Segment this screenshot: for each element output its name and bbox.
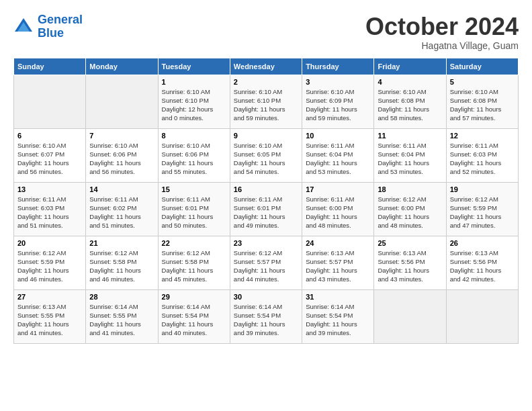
day-cell: 1Sunrise: 6:10 AMSunset: 6:10 PMDaylight… [158, 75, 230, 128]
day-number: 30 [234, 293, 298, 301]
day-number: 11 [378, 132, 442, 140]
day-info: Sunrise: 6:10 AMSunset: 6:08 PMDaylight:… [450, 87, 515, 123]
week-row-1: 1Sunrise: 6:10 AMSunset: 6:10 PMDaylight… [14, 75, 519, 128]
day-number: 3 [306, 78, 370, 86]
day-info: Sunrise: 6:12 AMSunset: 5:57 PMDaylight:… [234, 248, 298, 284]
week-row-3: 13Sunrise: 6:11 AMSunset: 6:03 PMDayligh… [14, 182, 519, 236]
day-number: 28 [89, 293, 154, 301]
day-cell: 29Sunrise: 6:14 AMSunset: 5:54 PMDayligh… [158, 289, 230, 343]
day-cell [86, 75, 158, 128]
day-number: 20 [17, 239, 82, 247]
day-cell: 5Sunrise: 6:10 AMSunset: 6:08 PMDaylight… [446, 75, 518, 128]
day-info: Sunrise: 6:14 AMSunset: 5:54 PMDaylight:… [234, 302, 298, 338]
week-row-5: 27Sunrise: 6:13 AMSunset: 5:55 PMDayligh… [14, 289, 519, 343]
day-info: Sunrise: 6:12 AMSunset: 5:59 PMDaylight:… [450, 195, 515, 230]
day-number: 5 [450, 78, 515, 86]
day-number: 29 [162, 293, 226, 301]
day-cell: 2Sunrise: 6:10 AMSunset: 6:10 PMDaylight… [230, 75, 302, 128]
day-info: Sunrise: 6:13 AMSunset: 5:55 PMDaylight:… [17, 302, 82, 338]
day-number: 14 [89, 185, 154, 193]
day-number: 26 [450, 239, 515, 247]
day-number: 16 [234, 185, 298, 193]
day-info: Sunrise: 6:13 AMSunset: 5:56 PMDaylight:… [450, 248, 515, 284]
day-info: Sunrise: 6:13 AMSunset: 5:57 PMDaylight:… [306, 248, 370, 284]
day-info: Sunrise: 6:12 AMSunset: 5:59 PMDaylight:… [17, 248, 82, 284]
day-cell: 13Sunrise: 6:11 AMSunset: 6:03 PMDayligh… [14, 182, 86, 236]
logo-text: General Blue [38, 13, 83, 40]
location: Hagatna Village, Guam [365, 40, 519, 51]
day-number: 27 [17, 293, 82, 301]
day-info: Sunrise: 6:14 AMSunset: 5:54 PMDaylight:… [162, 302, 226, 338]
calendar-header: SundayMondayTuesdayWednesdayThursdayFrid… [14, 58, 519, 75]
day-cell: 25Sunrise: 6:13 AMSunset: 5:56 PMDayligh… [374, 236, 446, 289]
day-info: Sunrise: 6:11 AMSunset: 6:04 PMDaylight:… [306, 141, 370, 177]
day-number: 23 [234, 239, 298, 247]
week-row-2: 6Sunrise: 6:10 AMSunset: 6:07 PMDaylight… [14, 128, 519, 182]
day-info: Sunrise: 6:10 AMSunset: 6:06 PMDaylight:… [162, 141, 226, 177]
day-number: 15 [162, 185, 226, 193]
day-cell: 18Sunrise: 6:12 AMSunset: 6:00 PMDayligh… [374, 182, 446, 236]
weekday-header-sunday: Sunday [14, 58, 86, 75]
day-cell: 19Sunrise: 6:12 AMSunset: 5:59 PMDayligh… [446, 182, 518, 236]
day-info: Sunrise: 6:11 AMSunset: 6:02 PMDaylight:… [89, 195, 154, 230]
day-cell: 30Sunrise: 6:14 AMSunset: 5:54 PMDayligh… [230, 289, 302, 343]
month-title: October 2024 [365, 13, 519, 40]
day-cell: 9Sunrise: 6:10 AMSunset: 6:05 PMDaylight… [230, 128, 302, 182]
day-number: 19 [450, 185, 515, 193]
day-cell: 4Sunrise: 6:10 AMSunset: 6:08 PMDaylight… [374, 75, 446, 128]
day-number: 10 [306, 132, 370, 140]
day-number: 22 [162, 239, 226, 247]
day-info: Sunrise: 6:14 AMSunset: 5:55 PMDaylight:… [89, 302, 154, 338]
weekday-header-tuesday: Tuesday [158, 58, 230, 75]
day-number: 13 [17, 185, 82, 193]
day-number: 24 [306, 239, 370, 247]
calendar-body: 1Sunrise: 6:10 AMSunset: 6:10 PMDaylight… [14, 75, 519, 343]
page-header: General Blue October 2024 Hagatna Villag… [13, 13, 519, 51]
day-cell: 20Sunrise: 6:12 AMSunset: 5:59 PMDayligh… [14, 236, 86, 289]
day-cell: 27Sunrise: 6:13 AMSunset: 5:55 PMDayligh… [14, 289, 86, 343]
day-info: Sunrise: 6:10 AMSunset: 6:10 PMDaylight:… [162, 87, 226, 123]
week-row-4: 20Sunrise: 6:12 AMSunset: 5:59 PMDayligh… [14, 236, 519, 289]
day-info: Sunrise: 6:10 AMSunset: 6:09 PMDaylight:… [306, 87, 370, 123]
day-info: Sunrise: 6:11 AMSunset: 6:01 PMDaylight:… [234, 195, 298, 230]
day-cell [446, 289, 518, 343]
day-info: Sunrise: 6:11 AMSunset: 6:03 PMDaylight:… [17, 195, 82, 230]
day-number: 31 [306, 293, 370, 301]
day-number: 2 [234, 78, 298, 86]
day-cell: 12Sunrise: 6:11 AMSunset: 6:03 PMDayligh… [446, 128, 518, 182]
day-info: Sunrise: 6:11 AMSunset: 6:04 PMDaylight:… [378, 141, 442, 177]
day-info: Sunrise: 6:13 AMSunset: 5:56 PMDaylight:… [378, 248, 442, 284]
weekday-row: SundayMondayTuesdayWednesdayThursdayFrid… [14, 58, 519, 75]
day-cell: 22Sunrise: 6:12 AMSunset: 5:58 PMDayligh… [158, 236, 230, 289]
weekday-header-monday: Monday [86, 58, 158, 75]
day-cell: 16Sunrise: 6:11 AMSunset: 6:01 PMDayligh… [230, 182, 302, 236]
day-cell: 21Sunrise: 6:12 AMSunset: 5:58 PMDayligh… [86, 236, 158, 289]
day-number: 6 [17, 132, 82, 140]
day-info: Sunrise: 6:14 AMSunset: 5:54 PMDaylight:… [306, 302, 370, 338]
day-info: Sunrise: 6:12 AMSunset: 6:00 PMDaylight:… [378, 195, 442, 230]
day-cell: 6Sunrise: 6:10 AMSunset: 6:07 PMDaylight… [14, 128, 86, 182]
day-cell: 8Sunrise: 6:10 AMSunset: 6:06 PMDaylight… [158, 128, 230, 182]
day-number: 12 [450, 132, 515, 140]
day-cell: 31Sunrise: 6:14 AMSunset: 5:54 PMDayligh… [302, 289, 374, 343]
day-info: Sunrise: 6:12 AMSunset: 5:58 PMDaylight:… [162, 248, 226, 284]
logo: General Blue [13, 13, 83, 40]
day-number: 9 [234, 132, 298, 140]
day-cell: 3Sunrise: 6:10 AMSunset: 6:09 PMDaylight… [302, 75, 374, 128]
day-number: 8 [162, 132, 226, 140]
day-info: Sunrise: 6:11 AMSunset: 6:03 PMDaylight:… [450, 141, 515, 177]
title-block: October 2024 Hagatna Village, Guam [365, 13, 519, 51]
day-number: 21 [89, 239, 154, 247]
weekday-header-saturday: Saturday [446, 58, 518, 75]
day-cell: 11Sunrise: 6:11 AMSunset: 6:04 PMDayligh… [374, 128, 446, 182]
day-cell: 15Sunrise: 6:11 AMSunset: 6:01 PMDayligh… [158, 182, 230, 236]
day-cell: 7Sunrise: 6:10 AMSunset: 6:06 PMDaylight… [86, 128, 158, 182]
day-number: 18 [378, 185, 442, 193]
day-cell: 10Sunrise: 6:11 AMSunset: 6:04 PMDayligh… [302, 128, 374, 182]
day-info: Sunrise: 6:10 AMSunset: 6:07 PMDaylight:… [17, 141, 82, 177]
weekday-header-wednesday: Wednesday [230, 58, 302, 75]
weekday-header-thursday: Thursday [302, 58, 374, 75]
day-cell [14, 75, 86, 128]
day-cell: 14Sunrise: 6:11 AMSunset: 6:02 PMDayligh… [86, 182, 158, 236]
day-cell: 17Sunrise: 6:11 AMSunset: 6:00 PMDayligh… [302, 182, 374, 236]
